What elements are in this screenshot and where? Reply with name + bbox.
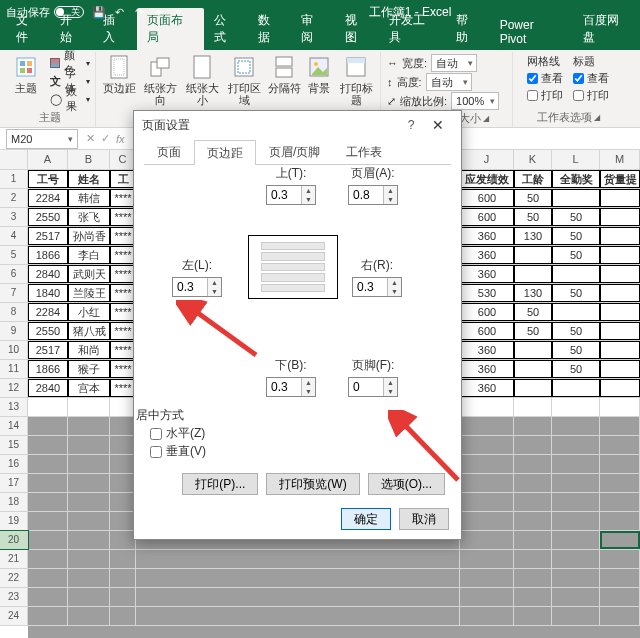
cell[interactable] xyxy=(552,398,600,416)
cell[interactable] xyxy=(110,550,136,568)
cell[interactable] xyxy=(600,417,640,435)
cell[interactable] xyxy=(600,379,640,397)
namebox-dropdown-icon[interactable]: ▾ xyxy=(68,134,73,144)
themes-button[interactable]: 主题 xyxy=(7,54,46,94)
cell[interactable] xyxy=(600,208,640,226)
row-header[interactable]: 7 xyxy=(0,284,28,302)
cell[interactable] xyxy=(552,189,600,207)
row-header[interactable]: 1 xyxy=(0,170,28,188)
row-header[interactable]: 3 xyxy=(0,208,28,226)
col-header[interactable]: J xyxy=(460,150,514,169)
cell[interactable]: 和尚 xyxy=(68,341,110,359)
cell[interactable] xyxy=(552,607,600,625)
cell[interactable]: 50 xyxy=(514,322,552,340)
row-header[interactable]: 12 xyxy=(0,379,28,397)
cell[interactable] xyxy=(600,341,640,359)
cell[interactable] xyxy=(110,588,136,606)
cell[interactable]: 猴子 xyxy=(68,360,110,378)
cell[interactable] xyxy=(136,607,460,625)
cell[interactable] xyxy=(514,417,552,435)
gridlines-print-check[interactable]: 打印 xyxy=(527,87,563,103)
filter-icon[interactable]: ▿ xyxy=(172,5,186,19)
cell[interactable] xyxy=(460,455,514,473)
cell[interactable] xyxy=(600,512,640,530)
cell[interactable]: 600 xyxy=(460,303,514,321)
cell[interactable] xyxy=(552,493,600,511)
cell[interactable]: 兰陵王 xyxy=(68,284,110,302)
cell[interactable]: 360 xyxy=(460,341,514,359)
cell[interactable] xyxy=(68,531,110,549)
cell[interactable] xyxy=(552,417,600,435)
margin-right-spin[interactable]: ▲▼ xyxy=(352,277,402,297)
cell[interactable] xyxy=(28,455,68,473)
row-header[interactable]: 23 xyxy=(0,588,28,606)
margins-button[interactable]: 页边距 xyxy=(100,54,138,94)
ribbon-tab-7[interactable]: 视图 xyxy=(335,8,379,50)
cell[interactable]: 50 xyxy=(552,322,600,340)
print-titles-button[interactable]: 打印标题 xyxy=(336,54,376,106)
col-header[interactable]: M xyxy=(600,150,640,169)
cell[interactable]: 1866 xyxy=(28,246,68,264)
cell[interactable] xyxy=(600,531,640,549)
cell[interactable] xyxy=(460,531,514,549)
dialog-tab-0[interactable]: 页面 xyxy=(144,139,194,164)
cell[interactable] xyxy=(110,607,136,625)
height-select[interactable]: 自动 xyxy=(426,73,472,91)
cell[interactable] xyxy=(552,455,600,473)
row-header[interactable]: 11 xyxy=(0,360,28,378)
cell[interactable]: 50 xyxy=(552,246,600,264)
undo-icon[interactable]: ↶ xyxy=(112,5,126,19)
margin-top-input[interactable] xyxy=(267,186,301,204)
cell[interactable]: 1866 xyxy=(28,360,68,378)
cancel-button[interactable]: 取消 xyxy=(399,508,449,530)
ribbon-tab-10[interactable]: Power Pivot xyxy=(490,14,573,50)
cell[interactable] xyxy=(552,379,600,397)
qat-dropdown-icon[interactable]: ▾ xyxy=(152,5,166,19)
cell[interactable] xyxy=(68,550,110,568)
cell[interactable] xyxy=(28,531,68,549)
cell[interactable] xyxy=(28,493,68,511)
gridlines-view-check[interactable]: 查看 xyxy=(527,70,563,86)
row-header[interactable]: 4 xyxy=(0,227,28,245)
cell[interactable]: 50 xyxy=(552,208,600,226)
dialog-tab-3[interactable]: 工作表 xyxy=(333,139,395,164)
cell[interactable] xyxy=(28,550,68,568)
cell[interactable]: 小红 xyxy=(68,303,110,321)
print-area-button[interactable]: 打印区域 xyxy=(224,54,264,106)
cell[interactable]: 50 xyxy=(552,284,600,302)
ribbon-tab-11[interactable]: 百度网盘 xyxy=(573,8,640,50)
scale-input[interactable]: 100% xyxy=(451,92,499,110)
cell[interactable] xyxy=(460,474,514,492)
cell[interactable] xyxy=(552,436,600,454)
cell[interactable] xyxy=(552,265,600,283)
cell[interactable] xyxy=(68,493,110,511)
cell[interactable]: 2284 xyxy=(28,189,68,207)
col-header[interactable]: L xyxy=(552,150,600,169)
cell[interactable]: 50 xyxy=(552,360,600,378)
cell[interactable] xyxy=(28,569,68,587)
cell[interactable]: 孙尚香 xyxy=(68,227,110,245)
cell[interactable] xyxy=(460,569,514,587)
cell[interactable]: 130 xyxy=(514,284,552,302)
cell[interactable]: 600 xyxy=(460,208,514,226)
cell[interactable]: 2840 xyxy=(28,265,68,283)
cell[interactable] xyxy=(514,588,552,606)
cell[interactable] xyxy=(600,189,640,207)
cell[interactable]: 张飞 xyxy=(68,208,110,226)
cell[interactable]: 货量提 xyxy=(600,170,640,188)
ribbon-tab-8[interactable]: 开发工具 xyxy=(379,8,446,50)
cell[interactable] xyxy=(600,322,640,340)
row-header[interactable]: 16 xyxy=(0,455,28,473)
cell[interactable]: 2517 xyxy=(28,227,68,245)
cell[interactable] xyxy=(68,417,110,435)
select-all-corner[interactable] xyxy=(0,150,28,169)
cell[interactable] xyxy=(514,398,552,416)
cell[interactable]: 50 xyxy=(514,303,552,321)
cell[interactable] xyxy=(600,398,640,416)
row-header[interactable]: 15 xyxy=(0,436,28,454)
cell[interactable]: 600 xyxy=(460,189,514,207)
cell[interactable]: 姓名 xyxy=(68,170,110,188)
options-button[interactable]: 选项(O)... xyxy=(368,473,445,495)
margin-header-spin[interactable]: ▲▼ xyxy=(348,185,398,205)
row-header[interactable]: 18 xyxy=(0,493,28,511)
